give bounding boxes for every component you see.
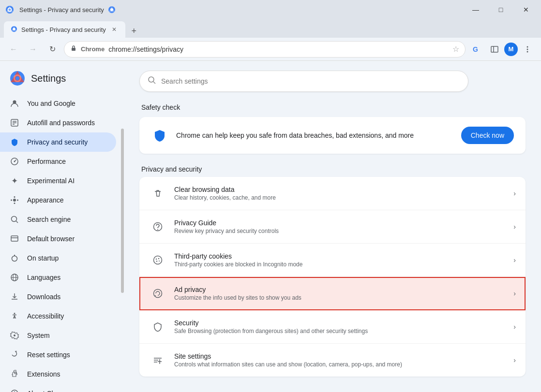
trash-icon <box>149 185 166 202</box>
svg-line-54 <box>155 295 156 296</box>
svg-point-44 <box>149 77 154 82</box>
close-button[interactable]: ✕ <box>515 2 537 17</box>
reset-icon <box>10 350 19 360</box>
tab-favicon-icon <box>11 26 17 34</box>
minimize-button[interactable]: — <box>465 2 487 17</box>
item-desc: Controls what information sites can use … <box>174 361 506 368</box>
sidebar-button[interactable] <box>487 42 502 57</box>
sidebar-item-label: Privacy and security <box>27 138 88 146</box>
sidebar-item-on-startup[interactable]: On startup <box>0 248 116 268</box>
chrome-menu-icon[interactable] <box>4 4 15 15</box>
item-text: Site settings Controls what information … <box>174 352 506 368</box>
sidebar-item-extensions[interactable]: Extensions <box>0 364 116 384</box>
profile-avatar[interactable]: M <box>504 43 518 56</box>
sidebar-item-label: Extensions <box>27 370 60 378</box>
svg-point-24 <box>13 199 16 202</box>
sidebar-item-performance[interactable]: Performance <box>0 152 116 171</box>
autofill-icon <box>10 118 19 128</box>
sidebar-item-accessibility[interactable]: Accessibility <box>0 306 116 326</box>
extensions-icon <box>10 369 19 379</box>
item-text: Ad privacy Customize the info used by si… <box>174 286 506 301</box>
forward-button[interactable]: → <box>25 42 41 57</box>
sidebar: Settings You and Google Autofill and pas… <box>0 61 124 392</box>
on-startup-icon <box>10 253 19 263</box>
settings-item-security[interactable]: Security Safe Browsing (protection from … <box>139 310 526 344</box>
main-layout: Settings You and Google Autofill and pas… <box>0 61 541 392</box>
svg-point-16 <box>15 76 19 80</box>
item-name: Ad privacy <box>174 286 506 293</box>
sidebar-item-you-and-google[interactable]: You and Google <box>0 94 116 113</box>
sidebar-item-label: Autofill and passwords <box>27 119 95 127</box>
sidebar-item-label: Experimental AI <box>27 177 75 185</box>
chrome-label: Chrome <box>81 45 105 53</box>
svg-point-51 <box>156 261 157 261</box>
item-desc: Safe Browsing (protection from dangerous… <box>174 328 506 334</box>
item-name: Site settings <box>174 352 506 360</box>
sidebar-item-downloads[interactable]: Downloads <box>0 287 116 306</box>
tab-close-button[interactable]: ✕ <box>110 25 119 34</box>
sidebar-item-appearance[interactable]: Appearance <box>0 190 116 210</box>
chevron-right-icon: › <box>513 290 516 297</box>
sidebar-item-languages[interactable]: Languages <box>0 268 116 287</box>
item-name: Security <box>174 319 506 327</box>
settings-item-privacy-guide[interactable]: Privacy Guide Review key privacy and sec… <box>139 210 526 244</box>
sidebar-item-about-chrome[interactable]: About Chrome <box>0 384 116 392</box>
search-icon <box>148 76 156 87</box>
settings-item-site-settings[interactable]: Site settings Controls what information … <box>139 344 526 377</box>
item-text: Privacy Guide Review key privacy and sec… <box>174 219 506 234</box>
sidebar-item-reset-settings[interactable]: Reset settings <box>0 345 116 364</box>
svg-point-29 <box>12 217 17 222</box>
item-desc: Customize the info used by sites to show… <box>174 294 506 301</box>
chevron-right-icon: › <box>513 223 516 231</box>
sidebar-header: Settings <box>0 65 124 94</box>
sidebar-scrollbar[interactable] <box>121 129 124 293</box>
settings-item-clear-browsing-data[interactable]: Clear browsing data Clear history, cooki… <box>139 177 526 210</box>
svg-point-25 <box>14 196 15 198</box>
sidebar-item-label: On startup <box>27 254 59 262</box>
active-tab[interactable]: Settings - Privacy and security ✕ <box>4 21 125 38</box>
svg-point-23 <box>14 161 15 162</box>
sidebar-item-search-engine[interactable]: Search engine <box>0 210 116 229</box>
sidebar-item-label: Appearance <box>27 196 64 204</box>
sidebar-item-system[interactable]: System <box>0 326 116 345</box>
sidebar-item-experimental-ai[interactable]: ✦ Experimental AI <box>0 171 116 190</box>
address-bar[interactable]: Chrome chrome://settings/privacy ☆ <box>64 41 466 58</box>
tab-bar: Settings - Privacy and security ✕ + <box>0 19 541 38</box>
item-name: Clear browsing data <box>174 186 506 193</box>
item-text: Clear browsing data Clear history, cooki… <box>174 186 506 201</box>
search-input[interactable] <box>161 77 460 85</box>
titlebar: Settings - Privacy and security — □ ✕ <box>0 0 541 19</box>
menu-button[interactable] <box>520 42 535 57</box>
settings-item-ad-privacy[interactable]: Ad privacy Customize the info used by si… <box>139 277 526 310</box>
sidebar-item-privacy[interactable]: Privacy and security <box>0 132 116 152</box>
item-name: Privacy Guide <box>174 219 506 227</box>
check-now-button[interactable]: Check now <box>461 127 514 144</box>
shield-icon <box>10 137 19 147</box>
sidebar-item-default-browser[interactable]: Default browser <box>0 229 116 248</box>
chevron-right-icon: › <box>513 356 516 364</box>
search-bar[interactable] <box>139 71 468 92</box>
sidebar-item-autofill[interactable]: Autofill and passwords <box>0 113 116 132</box>
sidebar-item-label: Performance <box>27 158 66 165</box>
settings-heading: Settings <box>31 73 66 84</box>
back-button[interactable]: ← <box>6 42 21 57</box>
site-settings-icon <box>149 351 166 369</box>
refresh-button[interactable]: ↻ <box>45 42 60 57</box>
settings-item-third-party-cookies[interactable]: Third-party cookies Third-party cookies … <box>139 244 526 277</box>
maximize-button[interactable]: □ <box>490 2 512 17</box>
svg-point-52 <box>159 261 160 261</box>
sidebar-item-label: Downloads <box>27 293 60 301</box>
svg-rect-8 <box>491 46 498 52</box>
privacy-section-title: Privacy and security <box>139 165 526 173</box>
accessibility-icon <box>10 311 19 321</box>
item-desc: Third-party cookies are blocked in Incog… <box>174 261 506 268</box>
search-engine-icon <box>10 215 19 224</box>
google-icon-button[interactable]: G <box>469 42 485 57</box>
bookmark-star-icon[interactable]: ☆ <box>452 44 459 54</box>
new-tab-button[interactable]: + <box>127 24 141 38</box>
ai-icon: ✦ <box>10 176 19 186</box>
svg-point-10 <box>527 46 528 47</box>
item-text: Third-party cookies Third-party cookies … <box>174 252 506 268</box>
about-icon <box>10 389 19 392</box>
content-area: Safety check Chrome can help keep you sa… <box>124 61 541 392</box>
